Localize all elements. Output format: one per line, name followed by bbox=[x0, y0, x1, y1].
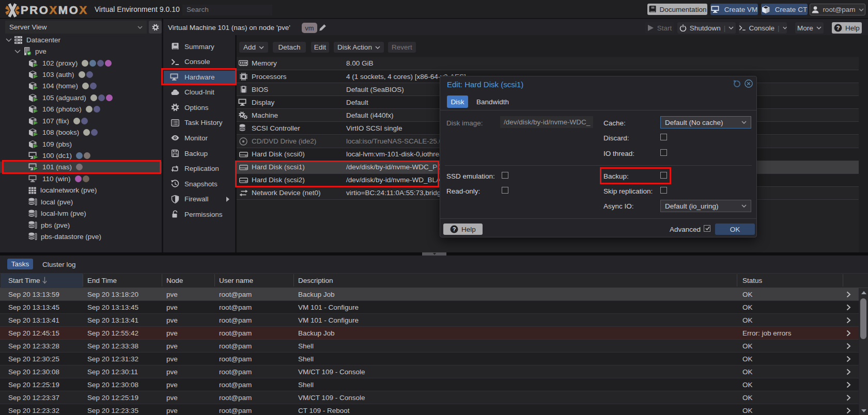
svg-text:?: ? bbox=[453, 226, 456, 232]
svg-text:?: ? bbox=[836, 25, 840, 31]
